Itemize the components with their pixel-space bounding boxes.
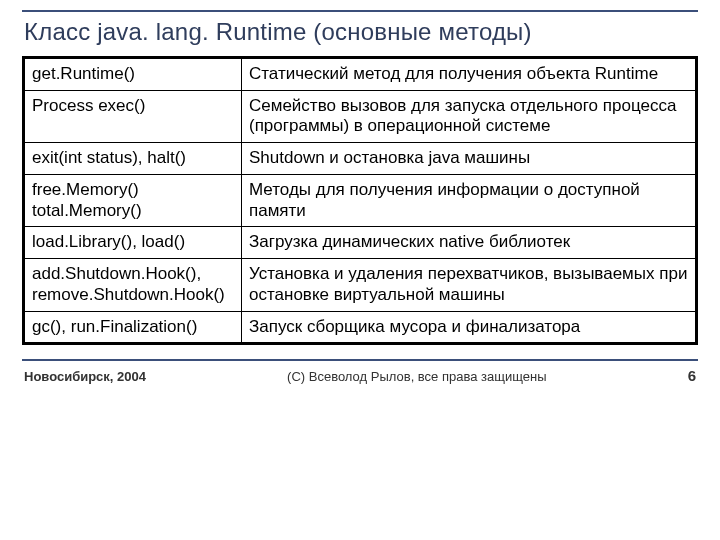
method-cell: add.Shutdown.Hook(), remove.Shutdown.Hoo…	[24, 259, 242, 311]
desc-cell: Методы для получения информации о доступ…	[242, 174, 697, 226]
slide-title: Класс java. lang. Runtime (основные мето…	[24, 18, 696, 46]
footer-location: Новосибирск, 2004	[24, 369, 146, 384]
page-number: 6	[688, 367, 696, 384]
table-row: gc(), run.Finalization() Запуск сборщика…	[24, 311, 697, 344]
method-cell: Process exec()	[24, 90, 242, 142]
footer-copyright: (С) Всеволод Рылов, все права защищены	[146, 369, 688, 384]
desc-cell: Установка и удаления перехватчиков, вызы…	[242, 259, 697, 311]
table-row: load.Library(), load() Загрузка динамиче…	[24, 227, 697, 259]
methods-table: get.Runtime() Статический метод для полу…	[22, 56, 698, 345]
method-cell: free.Memory()total.Memory()	[24, 174, 242, 226]
table-row: add.Shutdown.Hook(), remove.Shutdown.Hoo…	[24, 259, 697, 311]
method-cell: exit(int status), halt()	[24, 143, 242, 175]
table-row: Process exec() Семейство вызовов для зап…	[24, 90, 697, 142]
table-row: free.Memory()total.Memory() Методы для п…	[24, 174, 697, 226]
desc-cell: Запуск сборщика мусора и финализатора	[242, 311, 697, 344]
method-cell: load.Library(), load()	[24, 227, 242, 259]
desc-cell: Семейство вызовов для запуска отдельного…	[242, 90, 697, 142]
desc-cell: Shutdown и остановка java машины	[242, 143, 697, 175]
footer-rule	[22, 359, 698, 361]
title-rule	[22, 10, 698, 12]
method-cell: gc(), run.Finalization()	[24, 311, 242, 344]
table-row: exit(int status), halt() Shutdown и оста…	[24, 143, 697, 175]
footer: Новосибирск, 2004 (С) Всеволод Рылов, вс…	[22, 367, 698, 384]
method-cell: get.Runtime()	[24, 58, 242, 91]
table-row: get.Runtime() Статический метод для полу…	[24, 58, 697, 91]
desc-cell: Загрузка динамических native библиотек	[242, 227, 697, 259]
desc-cell: Статический метод для получения объекта …	[242, 58, 697, 91]
